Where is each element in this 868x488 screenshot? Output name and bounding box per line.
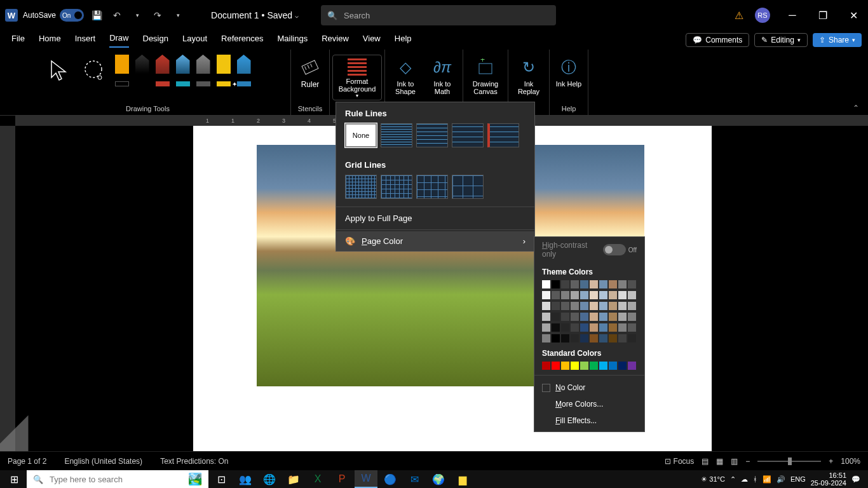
tab-view[interactable]: View [363, 34, 381, 47]
color-swatch[interactable] [590, 291, 598, 299]
color-swatch[interactable] [590, 313, 598, 321]
color-swatch[interactable] [618, 323, 627, 332]
browser-icon[interactable]: 🌍 [427, 470, 450, 488]
grid-medium-option[interactable] [381, 175, 412, 199]
ruler-button[interactable]: Ruler [296, 55, 324, 89]
pen-yellow-black[interactable] [115, 55, 129, 86]
chrome-icon[interactable]: 🔵 [379, 470, 402, 488]
highlighter-yellow[interactable] [217, 55, 231, 86]
color-swatch[interactable] [628, 313, 636, 321]
high-contrast-toggle[interactable]: High-contrast only Off [534, 237, 644, 262]
color-swatch[interactable] [599, 362, 607, 370]
color-swatch[interactable] [552, 291, 560, 299]
document-title[interactable]: Document 1 • Saved ⌵ [211, 10, 299, 20]
color-swatch[interactable] [542, 291, 550, 299]
ink-replay-button[interactable]: ↻ Ink Replay [513, 55, 544, 95]
color-swatch[interactable] [590, 280, 598, 288]
color-swatch[interactable] [542, 323, 550, 332]
color-swatch[interactable] [542, 362, 550, 370]
color-swatch[interactable] [609, 291, 617, 299]
redo-icon[interactable]: ↷ [150, 8, 165, 23]
editing-mode-button[interactable]: ✎Editing▾ [754, 33, 808, 47]
language-tray[interactable]: ENG [790, 475, 806, 483]
drawing-canvas-button[interactable]: + Drawing Canvas [468, 55, 503, 95]
user-avatar[interactable]: RS [755, 8, 770, 23]
no-color-item[interactable]: No Color [534, 379, 644, 396]
rule-narrow-option[interactable] [381, 123, 412, 147]
rule-none-option[interactable]: None [345, 123, 377, 147]
color-swatch[interactable] [628, 323, 636, 332]
autosave-toggle[interactable]: AutoSave On [23, 9, 84, 22]
zoom-slider[interactable] [757, 461, 821, 462]
tray-chevron-icon[interactable]: ⌃ [730, 475, 736, 484]
color-swatch[interactable] [618, 313, 627, 321]
tab-layout[interactable]: Layout [182, 34, 207, 47]
select-tool[interactable] [45, 55, 72, 86]
tab-review[interactable]: Review [322, 34, 349, 47]
color-swatch[interactable] [628, 291, 636, 299]
color-swatch[interactable] [561, 334, 569, 342]
page-indicator[interactable]: Page 1 of 2 [8, 457, 46, 466]
chevron-down-icon[interactable]: ▾ [130, 8, 145, 23]
color-swatch[interactable] [580, 280, 588, 288]
web-layout-icon[interactable]: ▥ [731, 457, 738, 466]
color-swatch[interactable] [552, 313, 560, 321]
print-layout-icon[interactable]: ▦ [716, 457, 723, 466]
color-swatch[interactable] [599, 313, 607, 321]
page-color-item[interactable]: 🎨 Page Color › [336, 231, 534, 251]
color-swatch[interactable] [628, 280, 636, 288]
color-swatch[interactable] [599, 323, 607, 332]
ink-help-button[interactable]: ⓘ Ink Help [555, 55, 583, 88]
color-swatch[interactable] [561, 302, 569, 310]
color-swatch[interactable] [609, 313, 617, 321]
color-swatch[interactable] [542, 334, 550, 342]
clock[interactable]: 16:51 25-09-2024 [811, 471, 846, 487]
color-swatch[interactable] [599, 302, 607, 310]
read-mode-icon[interactable]: ▤ [702, 457, 709, 466]
search-input[interactable]: 🔍 Search [321, 5, 556, 25]
color-swatch[interactable] [542, 313, 550, 321]
grid-small-option[interactable] [345, 175, 377, 199]
ink-to-shape-button[interactable]: ◇ Ink to Shape [390, 55, 421, 95]
fill-effects-item[interactable]: Fill Effects... [534, 412, 644, 429]
close-button[interactable]: ✕ [839, 5, 868, 25]
outlook-icon[interactable]: ✉ [403, 470, 426, 488]
word-taskbar-icon[interactable]: W [355, 470, 377, 488]
qat-customize-icon[interactable]: ▾ [170, 8, 186, 23]
color-swatch[interactable] [580, 291, 588, 299]
color-swatch[interactable] [552, 362, 560, 370]
pencil-gray[interactable] [196, 55, 210, 86]
color-swatch[interactable] [542, 302, 550, 310]
color-swatch[interactable] [571, 323, 579, 332]
zoom-in-button[interactable]: + [829, 457, 833, 466]
color-swatch[interactable] [618, 362, 627, 370]
onedrive-icon[interactable]: ☁ [741, 475, 748, 484]
wifi-icon[interactable]: 📶 [763, 475, 771, 484]
format-background-button[interactable]: Format Background▾ [332, 55, 382, 100]
pen-black[interactable] [135, 55, 149, 86]
color-swatch[interactable] [618, 334, 627, 342]
color-swatch[interactable] [561, 313, 569, 321]
pen-red[interactable] [156, 55, 170, 86]
color-swatch[interactable] [618, 291, 627, 299]
color-swatch[interactable] [609, 302, 617, 310]
maximize-button[interactable]: ❐ [808, 5, 837, 25]
color-swatch[interactable] [599, 334, 607, 342]
color-swatch[interactable] [571, 313, 579, 321]
start-button[interactable]: ⊞ [3, 470, 25, 488]
tab-references[interactable]: References [221, 34, 263, 47]
color-swatch[interactable] [618, 280, 627, 288]
color-swatch[interactable] [571, 280, 579, 288]
color-swatch[interactable] [580, 323, 588, 332]
color-swatch[interactable] [609, 323, 617, 332]
color-swatch[interactable] [552, 334, 560, 342]
color-swatch[interactable] [599, 280, 607, 288]
color-swatch[interactable] [618, 302, 627, 310]
color-swatch[interactable] [609, 362, 617, 370]
tab-draw[interactable]: Draw [109, 33, 128, 48]
file-explorer-icon[interactable]: 📁 [282, 470, 305, 488]
color-swatch[interactable] [561, 362, 569, 370]
taskbar-search[interactable]: 🔍 Type here to search 🏞️ [27, 470, 208, 488]
tab-mailings[interactable]: Mailings [278, 34, 308, 47]
tab-design[interactable]: Design [143, 34, 168, 47]
